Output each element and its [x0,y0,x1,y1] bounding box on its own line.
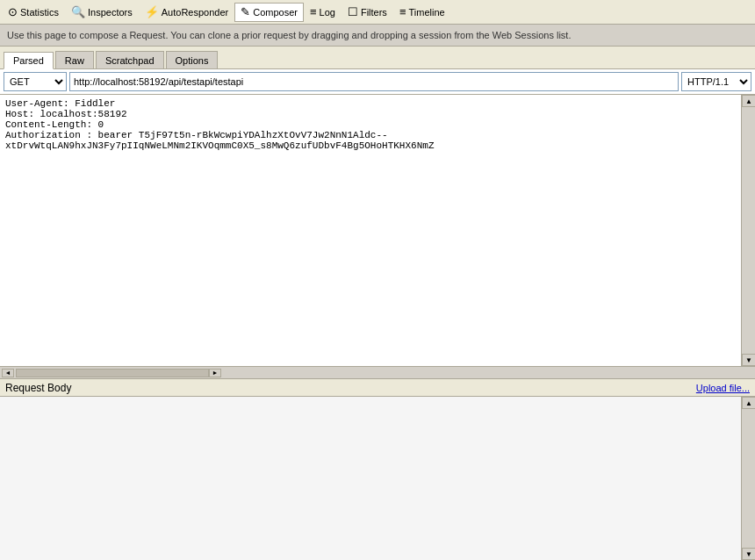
hscroll-thumb[interactable] [16,369,209,377]
toolbar-timeline-label: Timeline [408,7,444,18]
toolbar-filters-btn[interactable]: ☐ Filters [342,3,393,22]
headers-textarea[interactable] [0,95,755,366]
toolbar-log-label: Log [320,7,335,18]
inspectors-icon: 🔍 [71,5,85,18]
tab-parsed[interactable]: Parsed [4,52,54,69]
reqbody-scroll-track [742,409,755,548]
toolbar-statistics-label: Statistics [20,7,59,18]
filters-icon: ☐ [348,5,358,18]
tab-scratchpad[interactable]: Scratchpad [96,51,164,68]
reqbody-scroll-up[interactable]: ▲ [742,397,755,409]
headers-scrollbar: ▲ ▼ [741,95,755,366]
url-input[interactable] [69,72,679,91]
log-icon: ≡ [310,5,317,18]
tab-raw-label: Raw [65,55,84,66]
tab-raw[interactable]: Raw [55,51,94,68]
toolbar-autoresponder-label: AutoResponder [162,7,228,18]
reqbody-scroll-down[interactable]: ▼ [742,548,755,560]
info-bar: Use this page to compose a Request. You … [0,25,755,47]
timeline-icon: ≡ [399,5,406,18]
toolbar: ⊙ Statistics 🔍 Inspectors ⚡ AutoResponde… [0,0,755,25]
tab-scratchpad-label: Scratchpad [105,55,155,66]
toolbar-statistics-btn[interactable]: ⊙ Statistics [2,3,65,22]
hscroll-left-btn[interactable]: ◄ [2,369,14,377]
toolbar-log-btn[interactable]: ≡ Log [304,3,342,22]
toolbar-composer-label: Composer [253,7,298,18]
tab-options-label: Options [176,55,209,66]
subtabs-bar: Parsed Raw Scratchpad Options [0,47,755,69]
upload-file-link[interactable]: Upload file... [696,383,750,393]
headers-scroll-down[interactable]: ▼ [742,354,755,366]
toolbar-inspectors-label: Inspectors [88,7,133,18]
statistics-icon: ⊙ [8,5,18,18]
main-content: Use this page to compose a Request. You … [0,25,755,560]
hscroll-area: ◄ ► [0,367,755,379]
composer-icon: ✎ [241,5,250,18]
tab-options[interactable]: Options [166,51,219,68]
autoresponder-icon: ⚡ [145,5,159,18]
headers-scroll-up[interactable]: ▲ [742,95,755,107]
toolbar-filters-label: Filters [361,7,387,18]
toolbar-composer-btn[interactable]: ✎ Composer [234,3,304,22]
toolbar-timeline-btn[interactable]: ≡ Timeline [393,3,451,22]
headers-area: ▲ ▼ [0,95,755,367]
method-select[interactable]: GET POST PUT DELETE HEAD OPTIONS PATCH [4,72,67,91]
reqbody-textarea[interactable] [0,397,741,560]
reqbody-scrollbar: ▲ ▼ [741,397,755,560]
protocol-select[interactable]: HTTP/1.1 HTTP/2 HTTPS/1.1 [681,72,751,91]
url-bar: GET POST PUT DELETE HEAD OPTIONS PATCH H… [0,69,755,95]
headers-scroll-track [742,107,755,354]
toolbar-autoresponder-btn[interactable]: ⚡ AutoResponder [139,3,234,22]
reqbody-header: Request Body Upload file... [0,379,755,397]
reqbody-label: Request Body [5,382,71,394]
tab-parsed-label: Parsed [13,55,44,66]
hscroll-right-btn[interactable]: ► [209,369,221,377]
reqbody-wrapper: ▲ ▼ [0,397,755,560]
info-bar-text: Use this page to compose a Request. You … [7,30,571,40]
toolbar-inspectors-btn[interactable]: 🔍 Inspectors [65,3,139,22]
